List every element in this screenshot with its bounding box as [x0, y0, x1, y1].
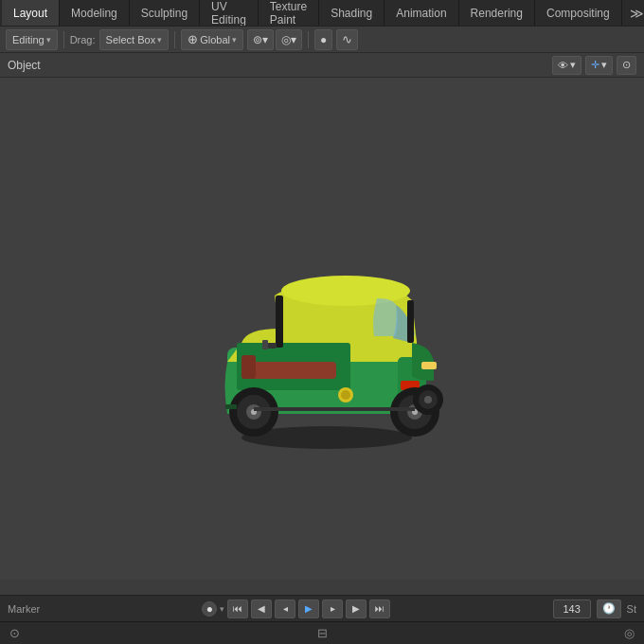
svg-point-24	[341, 390, 350, 400]
workspace-tabs: Layout Modeling Sculpting UV Editing Tex…	[0, 0, 644, 27]
next-keyframe-btn[interactable]: ▸	[322, 599, 343, 618]
footer-icon-center[interactable]: ⊟	[317, 626, 328, 640]
curve-btn[interactable]: ∿	[336, 29, 358, 50]
dot-btn[interactable]: ●	[314, 29, 332, 50]
select-box-dropdown[interactable]: Select Box ▾	[99, 29, 170, 50]
dot-icon: ●	[320, 33, 327, 46]
global-label: Global	[200, 34, 230, 45]
dropdown-small-arrow: ▾	[220, 604, 224, 614]
snap-group: ⊚ ▾ ◎ ▾	[247, 29, 302, 50]
overlay-icon: ⊙	[622, 59, 631, 71]
snap-btn[interactable]: ⊚ ▾	[247, 29, 274, 50]
tab-modeling[interactable]: Modeling	[60, 0, 130, 27]
prev-frame-btn[interactable]: ◀	[251, 599, 272, 618]
tab-uv-editing[interactable]: UV Editing	[200, 0, 259, 27]
toolbar: Editing ▾ Drag: Select Box ▾ ⊕ Global ▾ …	[0, 27, 644, 53]
gizmo-btn[interactable]: ✛ ▾	[585, 56, 613, 75]
clock-btn[interactable]: 🕐	[597, 599, 621, 618]
footer-bar: ⊙ ⊟ ◎	[0, 621, 644, 644]
footer-icon-left[interactable]: ⊙	[9, 626, 20, 640]
separator-2	[174, 31, 175, 48]
svg-rect-27	[225, 404, 237, 409]
transform-icon: ⊕	[188, 32, 198, 46]
svg-rect-22	[407, 300, 414, 343]
mode-label: Editing	[12, 34, 45, 45]
eye-icon: 👁	[558, 60, 568, 71]
gizmo-arrow: ▾	[601, 59, 607, 71]
svg-rect-25	[267, 343, 277, 349]
svg-rect-8	[421, 362, 437, 369]
gizmo-icon: ✛	[591, 59, 599, 71]
mode-dropdown-arrow: ▾	[46, 35, 51, 45]
select-box-label: Select Box	[106, 34, 156, 45]
separator-1	[63, 31, 64, 48]
start-label: St	[627, 603, 636, 615]
keyframe-dot[interactable]: ●	[202, 601, 217, 617]
proportional-btn[interactable]: ◎ ▾	[276, 29, 302, 50]
tab-rendering[interactable]: Rendering	[459, 0, 535, 27]
snap-icon: ⊚	[253, 33, 262, 46]
timeline-bar: Marker ● ▾ ⏮ ◀ ◂ ▶ ▸ ▶ ⏭ 🕐 St	[0, 595, 644, 621]
tab-sculpting[interactable]: Sculpting	[130, 0, 200, 27]
vehicle-model	[170, 196, 474, 461]
shading-arrow: ▾	[570, 59, 576, 71]
global-arrow: ▾	[232, 35, 237, 45]
header-right-controls: 👁 ▾ ✛ ▾ ⊙	[552, 56, 636, 75]
drag-label: Drag:	[70, 34, 96, 45]
svg-point-19	[424, 396, 432, 403]
prop-arrow: ▾	[291, 33, 296, 46]
proportional-icon: ◎	[281, 33, 291, 46]
jump-end-btn[interactable]: ⏭	[369, 599, 390, 618]
jump-start-btn[interactable]: ⏮	[227, 599, 248, 618]
tabs-overflow-icon[interactable]: ≫	[622, 2, 644, 25]
mode-dropdown[interactable]: Editing ▾	[6, 29, 58, 50]
svg-rect-26	[262, 340, 268, 349]
tab-compositing[interactable]: Compositing	[535, 0, 622, 27]
marker-label: Marker	[8, 603, 40, 615]
tab-shading[interactable]: Shading	[319, 0, 385, 27]
next-frame-btn[interactable]: ▶	[346, 599, 367, 618]
select-box-arrow: ▾	[157, 35, 162, 45]
svg-rect-5	[242, 355, 256, 379]
play-btn[interactable]: ▶	[298, 599, 319, 618]
tab-animation[interactable]: Animation	[385, 0, 458, 27]
overlay-btn[interactable]: ⊙	[617, 56, 636, 75]
viewport-shading-btn[interactable]: 👁 ▾	[552, 56, 581, 75]
footer-icon-right[interactable]: ◎	[624, 626, 635, 640]
prev-keyframe-btn[interactable]: ◂	[275, 599, 295, 618]
frame-input[interactable]	[553, 599, 591, 618]
separator-3	[308, 31, 309, 48]
header-row: Object 👁 ▾ ✛ ▾ ⊙	[0, 53, 644, 78]
viewport[interactable]	[0, 78, 644, 580]
snap-arrow: ▾	[262, 33, 268, 46]
object-label: Object	[8, 59, 41, 72]
playback-controls: ● ▾ ⏮ ◀ ◂ ▶ ▸ ▶ ⏭	[202, 599, 390, 618]
tab-layout[interactable]: Layout	[2, 0, 60, 27]
svg-rect-21	[276, 295, 283, 348]
bottom-bar: Marker ● ▾ ⏮ ◀ ◂ ▶ ▸ ▶ ⏭ 🕐 St ⊙ ⊟ ◎	[0, 595, 644, 644]
tab-texture-paint[interactable]: Texture Paint	[259, 0, 319, 27]
transform-orientation-dropdown[interactable]: ⊕ Global ▾	[181, 29, 243, 50]
curve-icon: ∿	[342, 32, 352, 46]
